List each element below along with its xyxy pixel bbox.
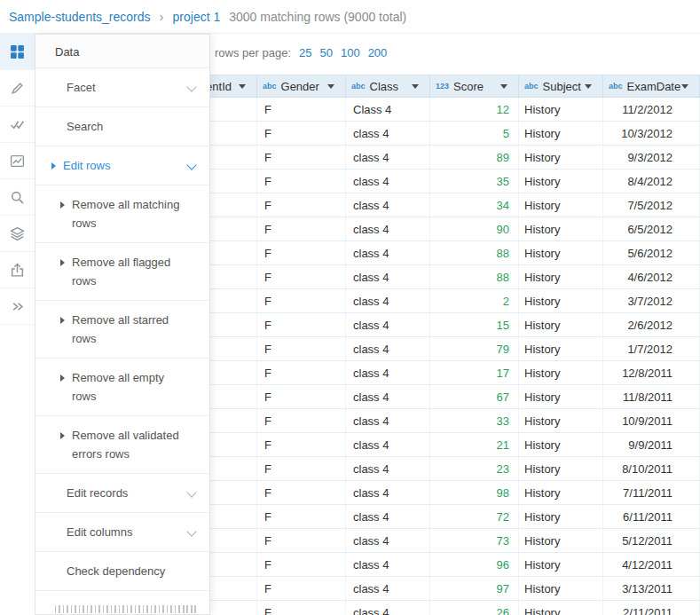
menu-item-search[interactable]: Search [35,107,209,146]
cell-score: 35 [430,170,519,193]
cell-score: 33 [430,409,519,432]
cell-subject: History [519,122,603,145]
cell-class: class 4 [346,457,430,480]
column-header-gender[interactable]: abcGender [257,75,346,97]
cell-class: class 4 [346,553,430,576]
menu-item-facet[interactable]: Facet [35,68,209,107]
cell-class: class 4 [346,217,430,240]
cell-score: 88 [430,241,519,264]
cell-gender: F [257,193,346,217]
cell-class: class 4 [346,146,430,169]
topbar: Sample-students_records › project 1 3000… [0,0,700,34]
menu-item-label: Remove all matching rows [72,195,183,233]
cell-gender: F [257,337,346,360]
column-header-examdate[interactable]: abcExamDate [603,75,700,97]
column-header-subject[interactable]: abcSubject [519,75,603,97]
menu-item-label: Remove all flagged rows [72,253,183,290]
menu-item-label: Check dependency [67,562,183,580]
cell-examdate: 10/9/2011 [603,409,700,432]
cell-subject: History [519,170,603,193]
menu-item-label: Edit rows [63,156,183,175]
column-dropdown-icon[interactable] [412,84,419,89]
menu-item-label: Remove all starred rows [72,311,183,348]
expand-arrow-icon [60,259,65,266]
breadcrumb-project-link[interactable]: project 1 [173,10,221,24]
column-dropdown-icon[interactable] [239,84,246,89]
menu-item-remove-all-matching-rows[interactable]: Remove all matching rows [35,185,209,243]
cell-gender: F [257,217,346,240]
menu-scrollbar[interactable] [55,605,199,613]
column-dropdown-icon[interactable] [585,84,592,89]
app: Sample-students_records › project 1 3000… [0,0,700,615]
rows-per-page-label: rows per page: [215,46,291,59]
menu-item-remove-all-validated-errors-rows[interactable]: Remove all validated errors rows [35,416,209,474]
cell-score: 67 [430,385,519,408]
layers-icon[interactable] [0,216,35,252]
column-type-icon: abc [524,82,539,91]
export-icon[interactable] [0,252,35,288]
double-check-icon[interactable] [0,106,35,143]
cell-examdate: 2/11/2011 [603,601,700,615]
cell-class: class 4 [346,601,430,615]
cell-class: class 4 [346,193,430,217]
rows-per-page-option[interactable]: 100 [341,46,360,59]
collapse-panel-icon[interactable] [0,288,35,325]
cell-gender: F [257,98,346,121]
cell-examdate: 4/6/2012 [603,265,700,288]
menu-title: Data [35,35,209,68]
breadcrumb-dataset-link[interactable]: Sample-students_records [9,10,151,24]
column-dropdown-icon[interactable] [681,84,688,89]
cell-score: 17 [430,361,519,384]
cell-gender: F [257,361,346,384]
cell-class: class 4 [346,361,430,384]
column-label: Score [453,80,484,93]
column-dropdown-icon[interactable] [500,84,507,89]
pen-icon[interactable] [0,70,35,106]
cell-subject: History [519,505,603,528]
menu-item-check-dependency[interactable]: Check dependency [35,552,209,591]
chevron-down-icon [186,160,196,170]
menu-item-label: Edit columns [67,523,183,541]
cell-gender: F [257,457,346,480]
cell-subject: History [519,433,603,456]
menu-item-remove-all-flagged-rows[interactable]: Remove all flagged rows [35,243,209,301]
cell-examdate: 5/12/2011 [603,529,700,552]
column-header-score[interactable]: 123Score [430,75,519,97]
column-header-class[interactable]: abcClass [346,75,430,97]
column-type-icon: abc [351,82,366,91]
cell-examdate: 12/8/2011 [603,361,700,384]
rows-per-page-option[interactable]: 25 [299,46,311,59]
search-icon[interactable] [0,179,35,216]
chart-icon[interactable] [0,143,35,179]
cell-subject: History [519,241,603,264]
rows-per-page-option[interactable]: 200 [368,46,388,59]
cell-class: class 4 [346,385,430,408]
cell-score: 96 [430,553,519,576]
cell-subject: History [519,601,603,615]
cell-subject: History [519,481,603,504]
cell-gender: F [257,601,346,615]
cell-examdate: 9/9/2011 [603,433,700,456]
menu-item-remove-all-starred-rows[interactable]: Remove all starred rows [35,301,209,359]
expand-arrow-icon [60,317,65,324]
sidebar [0,34,35,615]
cell-class: class 4 [346,409,430,432]
column-type-icon: abc [263,82,277,91]
cell-gender: F [257,577,346,600]
menu-item-edit-columns[interactable]: Edit columns [35,513,209,552]
cell-score: 5 [430,122,519,145]
dataset-grid-icon[interactable] [0,34,35,70]
cell-subject: History [519,553,603,576]
menu-item-edit-records[interactable]: Edit records [35,474,209,513]
rows-per-page-option[interactable]: 50 [319,46,332,59]
data-menu-panel: Data FacetSearchEdit rowsRemove all matc… [35,34,210,615]
cell-class: class 4 [346,481,430,504]
menu-item-edit-rows[interactable]: Edit rows [35,146,209,185]
cell-score: 34 [430,193,519,217]
expand-arrow-icon [51,162,56,170]
cell-gender: F [257,313,346,336]
cell-examdate: 4/12/2011 [603,553,700,576]
cell-gender: F [257,529,346,552]
menu-item-remove-all-empty-rows[interactable]: Remove all empty rows [35,359,209,416]
column-dropdown-icon[interactable] [327,84,334,89]
